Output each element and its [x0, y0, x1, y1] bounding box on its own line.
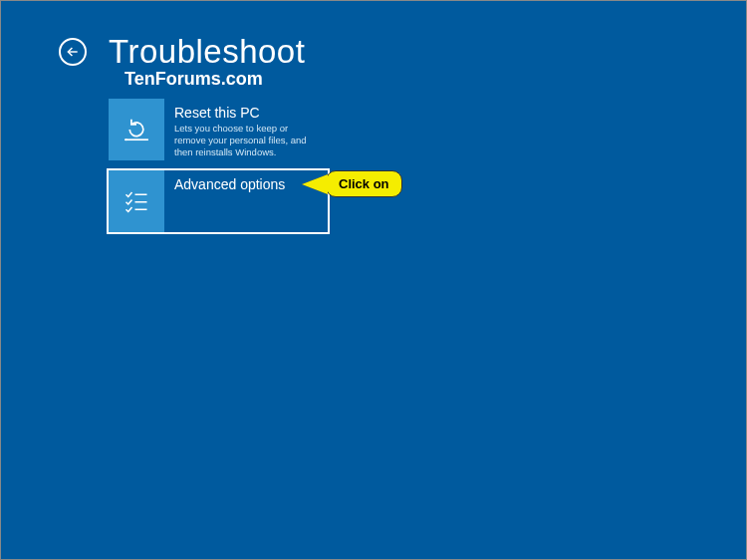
back-arrow-icon [66, 45, 80, 59]
reset-icon [109, 99, 164, 160]
option-title: Advanced options [174, 176, 285, 192]
page-header: Troubleshoot [59, 33, 305, 71]
callout-label: Click on [326, 170, 402, 197]
option-text: Advanced options [164, 170, 291, 232]
svg-point-2 [125, 139, 127, 140]
advanced-icon [109, 170, 164, 232]
option-title: Reset this PC [174, 105, 322, 121]
watermark-text: TenForums.com [124, 69, 263, 90]
option-description: Lets you choose to keep or remove your p… [174, 123, 322, 158]
option-text: Reset this PC Lets you choose to keep or… [164, 99, 328, 160]
callout-arrow-icon [302, 174, 328, 194]
back-button[interactable] [59, 38, 87, 66]
options-list: Reset this PC Lets you choose to keep or… [107, 97, 330, 240]
page-title: Troubleshoot [109, 33, 305, 71]
callout-annotation: Click on [302, 170, 402, 197]
option-advanced-options[interactable]: Advanced options [107, 168, 330, 234]
option-reset-this-pc[interactable]: Reset this PC Lets you choose to keep or… [107, 97, 330, 162]
